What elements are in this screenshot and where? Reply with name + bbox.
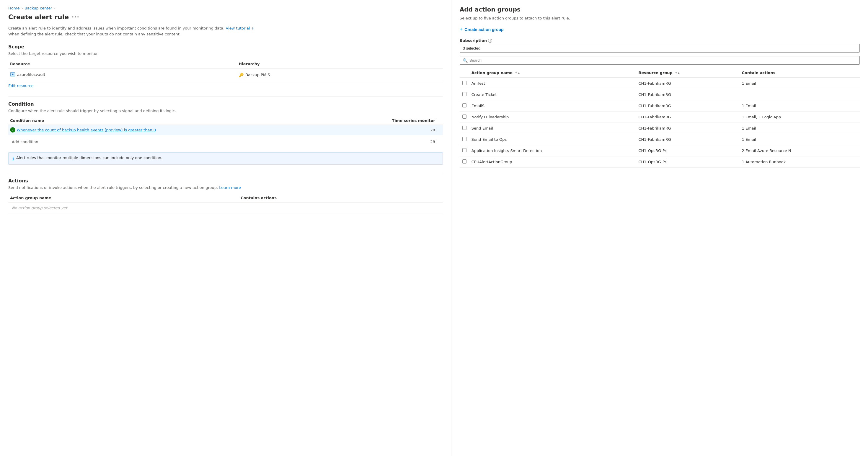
vault-icon [10,72,16,77]
ag-name-cell: Send Email to Ops [469,134,636,145]
ag-rg-cell: CH1-FabrikamRG [636,134,739,145]
list-item: AniTest CH1-FabrikamRG 1 Email [460,77,860,89]
row-checkbox-4[interactable] [462,126,466,130]
search-input[interactable] [460,56,860,65]
condition-subtitle: Configure when the alert rule should tri… [8,109,443,113]
scope-col-resource: Resource [8,59,237,69]
list-item: Create Ticket CH1-FabrikamRG [460,89,860,100]
condition-col-name: Condition name [10,118,392,123]
breadcrumb-backup-center[interactable]: Backup center [25,6,52,10]
breadcrumb-home[interactable]: Home [8,6,20,10]
actions-col-name: Action group name [8,193,239,203]
breadcrumb-sep-1: › [21,6,23,10]
condition-section: Condition Configure when the alert rule … [8,101,443,165]
ag-name-cell: CPUAlertActionGroup [469,156,636,168]
ag-rg-cell: CH1-FabrikamRG [636,111,739,123]
list-item: Application Insights Smart Detection CH1… [460,145,860,156]
ag-contains-cell [739,89,860,100]
svg-point-3 [12,74,13,75]
condition-row-active[interactable]: Whenever the count of backup health even… [8,125,443,135]
ag-name-cell: Send Email [469,123,636,134]
actions-description: Send notifications or invoke actions whe… [8,185,443,190]
name-sort-icon[interactable]: ↑↓ [515,71,520,75]
ag-rg-cell: CH1-FabrikamRG [636,123,739,134]
search-icon: 🔍 [463,58,468,63]
subscription-info-icon[interactable]: i [488,39,492,43]
empty-state: No action group selected yet [10,203,69,213]
row-checkbox-3[interactable] [462,115,466,119]
breadcrumb: Home › Backup center › [8,6,443,10]
list-item: CPUAlertActionGroup CH1-OpsRG-Pri 1 Auto… [460,156,860,168]
left-panel: Home › Backup center › Create alert rule… [0,0,452,456]
panel-description: Select up to five action groups to attac… [460,16,860,20]
ag-contains-cell: 2 Email Azure Resource N [739,145,860,156]
info-icon: ℹ [12,156,14,161]
row-checkbox-6[interactable] [462,148,466,152]
check-circle-icon [10,127,16,132]
page-title-wrapper: Create alert rule ··· [8,13,443,21]
ag-table-header: Action group name ↑↓ Resource group ↑↓ C… [460,68,860,77]
ag-contains-cell: 1 Email [739,123,860,134]
view-tutorial-link[interactable]: View tutorial + [226,26,254,30]
condition-link[interactable]: Whenever the count of backup health even… [17,128,156,132]
info-box: ℹ Alert rules that monitor multiple dime… [8,152,443,165]
list-item: Send Email to Ops CH1-FabrikamRG 1 Email [460,134,860,145]
actions-section: Actions Send notifications or invoke act… [8,178,443,214]
panel-title: Add action groups [460,6,860,13]
add-condition-label: Add condition [10,137,40,146]
actions-table: Action group name Contains actions No ac… [8,193,443,214]
scope-subtitle: Select the target resource you wish to m… [8,51,443,56]
ag-col-contains: Contain actions [739,68,860,77]
search-wrapper: 🔍 [460,56,860,65]
page-title-menu[interactable]: ··· [72,14,80,20]
scope-section: Scope Select the target resource you wis… [8,44,443,88]
info-text: Alert rules that monitor multiple dimens… [16,156,162,160]
page-title: Create alert rule [8,13,69,21]
edit-resource-link[interactable]: Edit resource [8,84,34,88]
subscription-field: Subscription i [460,38,860,56]
row-checkbox-1[interactable] [462,92,466,96]
action-groups-table: Action group name ↑↓ Resource group ↑↓ C… [460,68,860,168]
hierarchy-value: 🔑 Backup PM S [239,73,441,77]
key-icon: 🔑 [239,73,244,77]
ag-col-checkbox [460,68,469,77]
ag-name-cell: Create Ticket [469,89,636,100]
ag-rg-cell: CH1-FabrikamRG [636,77,739,89]
create-action-label: Create action group [464,27,503,32]
ag-name-cell: Application Insights Smart Detection [469,145,636,156]
plus-icon: + [460,26,463,32]
subscription-label: Subscription i [460,38,860,43]
learn-more-link[interactable]: Learn more [219,185,241,190]
condition-title: Condition [8,101,443,107]
actions-col-contains: Contains actions [239,193,443,203]
row-checkbox-2[interactable] [462,103,466,107]
page-description: Create an alert rule to identify and add… [8,25,443,37]
ag-contains-cell: 1 Automation Runbook [739,156,860,168]
row-checkbox-7[interactable] [462,159,466,164]
row-checkbox-5[interactable] [462,137,466,141]
scope-col-hierarchy: Hierarchy [237,59,442,69]
scope-table: Resource Hierarchy azurefilesvault [8,59,443,81]
list-item: Send Email CH1-FabrikamRG 1 Email [460,123,860,134]
list-item: EmailS CH1-FabrikamRG 1 Email [460,100,860,111]
list-item: Notify IT leadership CH1-FabrikamRG 1 Em… [460,111,860,123]
ag-rg-cell: CH1-FabrikamRG [636,89,739,100]
ag-rg-cell: CH1-OpsRG-Pri [636,145,739,156]
row-checkbox-0[interactable] [462,81,466,85]
actions-title: Actions [8,178,443,184]
ag-contains-cell: 1 Email [739,134,860,145]
subscription-input[interactable] [460,44,860,53]
table-row: No action group selected yet [8,203,443,214]
condition-table-header: Condition name Time series monitor [8,117,443,125]
table-row: azurefilesvault 🔑 Backup PM S [8,69,443,81]
scope-title: Scope [8,44,443,50]
add-condition-row[interactable]: Add condition 28 [8,135,443,149]
ag-col-name: Action group name ↑↓ [469,68,636,77]
ag-name-cell: Notify IT leadership [469,111,636,123]
add-condition-number: 28 [430,140,441,144]
right-panel: Add action groups Select up to five acti… [452,0,868,456]
rg-sort-icon[interactable]: ↑↓ [675,71,680,75]
condition-col-monitor: Time series monitor [392,118,441,123]
create-action-group-button[interactable]: + Create action group [460,25,504,34]
ag-contains-cell: 1 Email [739,100,860,111]
